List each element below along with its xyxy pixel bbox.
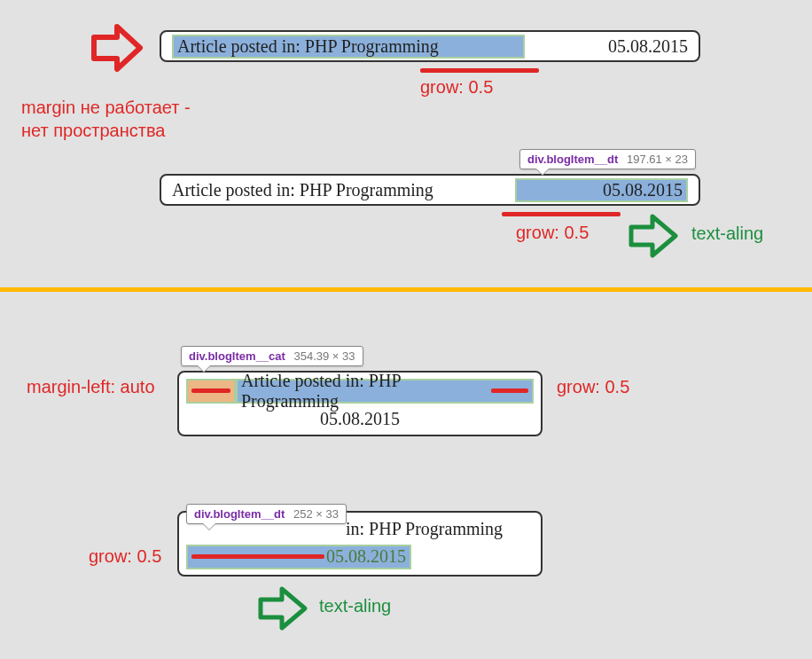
tooltip-dimensions: 354.39 × 33	[293, 349, 355, 363]
highlight-article-cat: Article posted in: PHP Programming	[172, 35, 525, 59]
example-box-2: Article posted in: PHP Programming 05.08…	[160, 174, 700, 206]
red-underline-box2	[502, 212, 621, 216]
label-margin-line2: нет пространства	[21, 121, 165, 141]
tooltip-selector: div.blogItem__cat	[189, 349, 285, 363]
arrow-right-green-icon	[255, 585, 314, 632]
article-text-partial: in: PHP Programming	[346, 519, 503, 539]
label-grow-box2: grow: 0.5	[516, 223, 589, 243]
example-box-1: Article posted in: PHP Programming 05.08…	[160, 30, 700, 62]
label-grow-box4: grow: 0.5	[89, 546, 161, 567]
red-bar-margin	[191, 388, 230, 393]
label-margin-line1: margin не работает -	[21, 98, 191, 118]
label-text-align-box2: text-aling	[691, 224, 763, 244]
article-text: Article posted in: PHP Programming	[241, 371, 489, 412]
devtools-tooltip-box2: div.blogItem__dt 197.61 × 23	[519, 149, 696, 169]
red-underline-box1	[420, 68, 539, 73]
highlight-article-dt: 05.08.2015	[186, 545, 411, 569]
label-grow-box3: grow: 0.5	[557, 377, 629, 397]
tooltip-dimensions: 197.61 × 23	[627, 153, 688, 166]
tooltip-selector: div.blogItem__dt	[527, 153, 618, 166]
label-margin-left-box3: margin-left: auto	[27, 377, 155, 397]
highlight-article-cat: Article posted in: PHP Programming	[236, 379, 534, 404]
article-date: 05.08.2015	[603, 180, 683, 200]
highlight-article-dt: 05.08.2015	[515, 178, 688, 202]
red-bar-grow	[191, 554, 324, 559]
article-text: Article posted in: PHP Programming	[172, 180, 433, 200]
tooltip-dimensions: 252 × 33	[293, 507, 339, 521]
article-text: Article posted in: PHP Programming	[177, 36, 439, 57]
section-divider	[0, 287, 812, 292]
example-box-3: Article posted in: PHP Programming 05.08…	[177, 371, 543, 436]
article-date: 05.08.2015	[608, 36, 688, 57]
arrow-right-green-icon	[626, 213, 684, 259]
article-date: 05.08.2015	[326, 546, 406, 567]
article-date: 05.08.2015	[320, 409, 400, 429]
devtools-tooltip-box4: div.blogItem__dt 252 × 33	[186, 504, 347, 524]
devtools-tooltip-box3: div.blogItem__cat 354.39 × 33	[181, 346, 363, 366]
highlight-margin-zone	[186, 379, 236, 404]
label-text-align-box4: text-aling	[319, 596, 391, 616]
label-grow-box1: grow: 0.5	[420, 77, 493, 98]
red-bar-grow	[491, 388, 528, 393]
tooltip-selector: div.blogItem__dt	[194, 507, 285, 521]
arrow-right-red-icon	[87, 21, 149, 75]
